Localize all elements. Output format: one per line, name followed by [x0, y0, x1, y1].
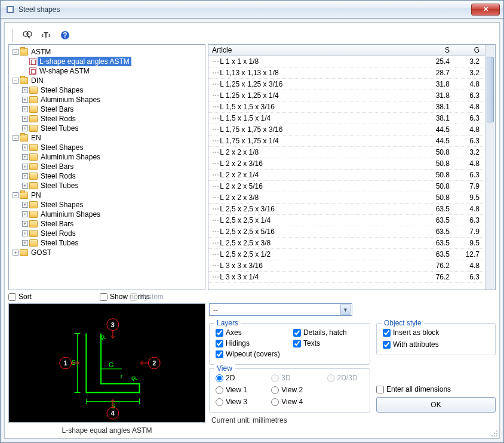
table-row[interactable]: L 2,5 x 2,5 x 3/16 63.5 4.8 — [208, 204, 495, 215]
cell-s: 31.8 — [417, 90, 453, 101]
tree-node[interactable]: +Steel Bars — [21, 219, 204, 229]
article-table[interactable]: Article S G L 1 x 1 x 1/8 25.4 3.2 L 1,1… — [208, 44, 496, 290]
insert-block-checkbox[interactable]: Insert as block — [383, 328, 489, 337]
wipeout-checkbox[interactable]: Wipeout (covers) — [216, 350, 286, 358]
hidings-checkbox[interactable]: Hidings — [216, 339, 286, 347]
expander-icon[interactable]: + — [22, 183, 28, 189]
table-row[interactable]: L 2 x 2 x 3/8 50.8 9.5 — [208, 192, 495, 204]
table-row[interactable]: L 2,5 x 2,5 x 3/8 63.5 9.5 — [208, 238, 495, 249]
table-row[interactable]: L 2,5 x 2,5 x 1/2 63.5 12.7 — [208, 249, 495, 260]
axes-checkbox[interactable]: Axes — [216, 328, 286, 337]
view-3-radio[interactable]: View 3 — [216, 398, 253, 406]
enter-dims-checkbox[interactable]: Enter all dimensions — [376, 385, 496, 393]
tree-node[interactable]: +Aluminium Shapes — [21, 152, 204, 162]
view-1-radio[interactable]: View 1 — [216, 386, 253, 394]
cell-article: L 2,5 x 2,5 x 5/16 — [208, 226, 417, 237]
table-row[interactable]: L 1,25 x 1,25 x 1/4 31.8 6.3 — [208, 90, 495, 101]
tree-node[interactable]: +Steel Bars — [21, 162, 204, 171]
tree-node[interactable]: +Aluminium Shapes — [21, 210, 204, 219]
details-checkbox[interactable]: Details, hatch — [293, 328, 364, 337]
expander-icon[interactable]: + — [22, 97, 28, 103]
table-row[interactable]: L 1,5 x 1,5 x 1/4 38.1 6.3 — [208, 113, 495, 124]
tree-node[interactable]: +Steel Rods — [21, 229, 204, 238]
with-attrs-checkbox[interactable]: With attributes — [383, 340, 489, 349]
table-scrollbar[interactable] — [485, 45, 495, 290]
tree-node[interactable]: −EN — [11, 133, 204, 143]
view-2-radio[interactable]: View 2 — [271, 386, 309, 394]
tree-node[interactable]: +Steel Shapes — [21, 200, 204, 210]
expander-icon[interactable]: + — [22, 154, 28, 160]
expander-icon[interactable]: + — [22, 87, 28, 93]
layers-title: Layers — [214, 319, 241, 327]
expander-icon[interactable]: + — [22, 116, 28, 122]
ok-button[interactable]: OK — [376, 397, 496, 413]
window: Steel shapes ✕ ‹T› ? −ASTML-shape equal … — [0, 0, 504, 443]
tree-node[interactable]: +Steel Shapes — [21, 85, 204, 95]
tree-node[interactable]: +Steel Rods — [21, 114, 204, 124]
expander-icon[interactable]: + — [22, 221, 28, 227]
col-g[interactable]: G — [453, 45, 483, 56]
cell-g: 3.2 — [453, 56, 483, 67]
table-row[interactable]: L 1,75 x 1,75 x 3/16 44.5 4.8 — [208, 124, 495, 136]
col-s[interactable]: S — [417, 45, 453, 56]
expander-icon[interactable]: + — [22, 106, 28, 112]
help-icon[interactable]: ? — [60, 30, 70, 41]
expander-icon[interactable]: + — [13, 250, 19, 256]
texts-checkbox[interactable]: Texts — [293, 339, 364, 347]
expander-icon[interactable]: + — [22, 164, 28, 170]
close-button[interactable]: ✕ — [471, 4, 500, 16]
expander-icon[interactable]: + — [22, 144, 28, 150]
expander-icon[interactable]: + — [22, 173, 28, 179]
expander-icon[interactable]: + — [22, 240, 28, 246]
expander-icon[interactable]: − — [13, 78, 19, 84]
expander-icon[interactable]: + — [22, 211, 28, 217]
table-row[interactable]: L 2,5 x 2,5 x 5/16 63.5 7.9 — [208, 226, 495, 238]
cell-s: 63.5 — [417, 249, 453, 260]
table-row[interactable]: L 1,25 x 1,25 x 3/16 31.8 4.8 — [208, 79, 495, 90]
tree-node[interactable]: +Steel Shapes — [21, 143, 204, 152]
tree-node[interactable]: +Aluminium Shapes — [21, 95, 204, 104]
table-row[interactable]: L 3 x 3 x 3/16 76.2 4.8 — [208, 260, 495, 272]
view-2d-radio[interactable]: 2D — [216, 374, 253, 382]
find-icon[interactable] — [21, 30, 32, 41]
tree-node[interactable]: −PN — [11, 190, 204, 200]
tree-node[interactable]: +Steel Bars — [21, 104, 204, 114]
expander-icon[interactable]: + — [22, 230, 28, 236]
table-row[interactable]: L 1,5 x 1,5 x 3/16 38.1 4.8 — [208, 101, 495, 113]
table-row[interactable]: L 2 x 2 x 1/8 50.8 3.2 — [208, 147, 495, 158]
table-row[interactable]: L 3 x 3 x 1/4 76.2 6.3 — [208, 272, 495, 283]
expander-icon[interactable]: − — [13, 49, 19, 55]
expander-icon[interactable]: + — [22, 202, 28, 208]
system-dropdown[interactable]: -- ▼ — [209, 303, 352, 316]
sort-checkbox[interactable]: Sort — [8, 293, 32, 301]
table-row[interactable]: L 2 x 2 x 3/16 50.8 4.8 — [208, 158, 495, 170]
col-article[interactable]: Article — [208, 45, 417, 56]
cell-s: 50.8 — [417, 192, 453, 203]
category-tree[interactable]: −ASTML-shape equal angles ASTMW-shape AS… — [8, 44, 205, 290]
tree-leaf[interactable]: W-shape ASTM — [21, 66, 204, 76]
table-row[interactable]: L 1,75 x 1,75 x 1/4 44.5 6.3 — [208, 136, 495, 147]
table-row[interactable]: L 1,13 x 1,13 x 1/8 28.7 3.2 — [208, 67, 495, 79]
cell-article: L 2,5 x 2,5 x 1/2 — [208, 249, 417, 260]
scrollbar-thumb[interactable] — [487, 57, 494, 122]
expander-icon[interactable]: − — [13, 135, 19, 141]
table-row[interactable]: L 2 x 2 x 5/16 50.8 7.9 — [208, 181, 495, 192]
tree-node-gost[interactable]: +GOST — [11, 248, 204, 257]
titlebar[interactable]: Steel shapes ✕ — [1, 1, 503, 19]
tree-node[interactable]: −DIN — [11, 76, 204, 85]
view-4-radio[interactable]: View 4 — [271, 398, 309, 406]
resize-grip-icon[interactable] — [490, 429, 498, 437]
expander-icon[interactable]: + — [22, 125, 28, 131]
tree-leaf[interactable]: L-shape equal angles ASTM — [21, 57, 204, 66]
tree-node[interactable]: +Steel Tubes — [21, 238, 204, 248]
tree-node[interactable]: +Steel Rods — [21, 171, 204, 181]
text-tag-icon[interactable]: ‹T› — [41, 30, 51, 41]
tree-node[interactable]: +Steel Tubes — [21, 124, 204, 133]
tree-node[interactable]: +Steel Tubes — [21, 181, 204, 190]
table-row[interactable]: L 2 x 2 x 1/4 50.8 6.3 — [208, 170, 495, 181]
expander-icon[interactable]: − — [13, 192, 19, 198]
svg-text:S: S — [72, 359, 76, 366]
table-row[interactable]: L 2,5 x 2,5 x 1/4 63.5 6.3 — [208, 215, 495, 226]
table-row[interactable]: L 1 x 1 x 1/8 25.4 3.2 — [208, 56, 495, 67]
tree-node-astm[interactable]: −ASTM — [11, 47, 204, 57]
